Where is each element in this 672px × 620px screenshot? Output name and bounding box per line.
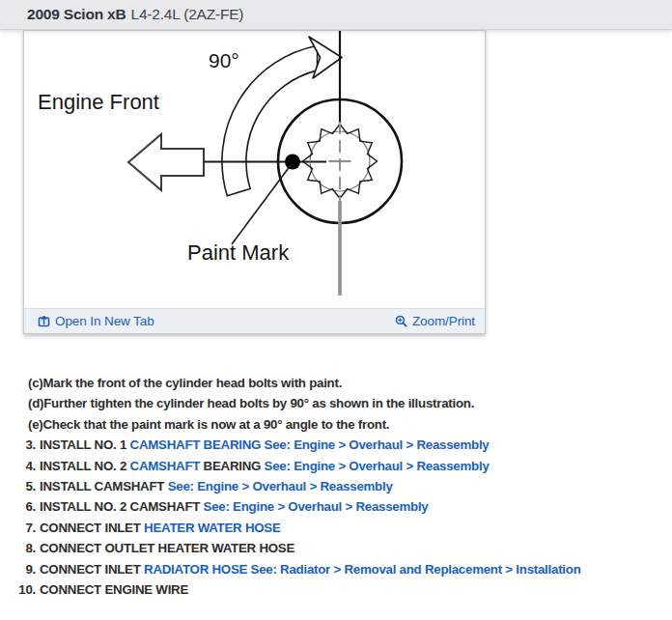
procedure-steps: (c)Mark the front of the cylinder head b… [0, 373, 672, 600]
figure-image: 90° Engine Front Paint Mark [24, 31, 485, 308]
step-text: INSTALL NO. 2 [40, 459, 130, 473]
step-number: 5. [0, 476, 36, 496]
magnifier-plus-icon [395, 315, 407, 327]
step-item: 9.CONNECT INLET RADIATOR HOSE See: Radia… [0, 559, 672, 579]
paint-mark-label: Paint Mark [187, 240, 290, 265]
step-item: 8.CONNECT OUTLET HEATER WATER HOSE [0, 538, 672, 558]
figure-panel: 90° Engine Front Paint Mark Open In New … [23, 30, 486, 334]
step-link[interactable]: See: Engine > Overhaul > Reassembly [265, 459, 490, 473]
paint-mark-dot [285, 155, 300, 170]
step-link[interactable]: See: Engine > Overhaul > Reassembly [265, 437, 490, 452]
step-text: CONNECT INLET [40, 562, 144, 577]
step-text: INSTALL CAMSHAFT [40, 479, 168, 493]
step-link[interactable]: HEATER WATER HOSE [144, 521, 281, 535]
step-item: 4.INSTALL NO. 2 CAMSHAFT BEARING See: En… [0, 456, 672, 476]
step-text: CONNECT OUTLET HEATER WATER HOSE [40, 541, 294, 555]
open-in-new-tab-link[interactable]: Open In New Tab [38, 314, 154, 328]
step-item: 6.INSTALL NO. 2 CAMSHAFT See: Engine > O… [0, 496, 672, 517]
engine-front-label: Engine Front [38, 90, 159, 114]
step-text: CONNECT INLET [40, 521, 144, 535]
figure-toolbar: Open In New Tab Zoom/Print [24, 308, 485, 333]
step-link[interactable]: See: Radiator > Removal and Replacement … [251, 562, 581, 577]
step-link[interactable]: See: Engine > Overhaul > Reassembly [168, 479, 393, 493]
step-item: 7.CONNECT INLET HEATER WATER HOSE [0, 518, 672, 538]
step-text: (c)Mark the front of the cylinder head b… [28, 376, 342, 390]
angle-label: 90° [209, 49, 239, 71]
step-text: CONNECT ENGINE WIRE [40, 582, 188, 597]
step-link[interactable]: CAMSHAFT [130, 459, 201, 473]
step-item: (e)Check that the paint mark is now at a… [0, 414, 672, 435]
step-number: 10. [0, 579, 36, 600]
step-link[interactable]: CAMSHAFT BEARING [130, 437, 265, 452]
zoom-print-label: Zoom/Print [412, 314, 475, 328]
step-text: BEARING [200, 459, 264, 473]
step-number: 3. [0, 435, 36, 455]
paint-mark-leader [232, 165, 291, 244]
engine-subtitle: L4-2.4L (2AZ-FE) [131, 6, 244, 23]
open-in-new-tab-icon [38, 315, 50, 327]
zoom-print-link[interactable]: Zoom/Print [395, 314, 475, 328]
page-header: 2009 Scion xB L4-2.4L (2AZ-FE) [0, 0, 672, 30]
step-number: 6. [0, 496, 36, 517]
step-text: INSTALL NO. 1 [40, 437, 130, 452]
step-number: 8. [0, 538, 36, 558]
step-item: 10.CONNECT ENGINE WIRE [0, 579, 672, 600]
step-link[interactable]: See: Engine > Overhaul > Reassembly [204, 499, 429, 514]
step-item: 3.INSTALL NO. 1 CAMSHAFT BEARING See: En… [0, 435, 672, 455]
step-item: (c)Mark the front of the cylinder head b… [0, 373, 672, 393]
step-text: (e)Check that the paint mark is now at a… [28, 417, 389, 432]
step-number: 4. [0, 456, 36, 476]
camshaft-diagram: 90° Engine Front Paint Mark [24, 31, 485, 308]
step-number: 9. [0, 559, 36, 579]
engine-front-arrow [128, 134, 204, 190]
step-number: 7. [0, 518, 36, 538]
step-item: 5.INSTALL CAMSHAFT See: Engine > Overhau… [0, 476, 672, 496]
step-link[interactable]: RADIATOR HOSE [144, 562, 251, 577]
step-item: (d)Further tighten the cylinder head bol… [0, 393, 672, 413]
open-in-new-tab-label: Open In New Tab [55, 314, 154, 328]
vehicle-title: 2009 Scion xB [27, 6, 126, 23]
step-text: INSTALL NO. 2 CAMSHAFT [40, 499, 204, 514]
page: 2009 Scion xB L4-2.4L (2AZ-FE) [0, 0, 672, 620]
step-text: (d)Further tighten the cylinder head bol… [28, 396, 474, 410]
